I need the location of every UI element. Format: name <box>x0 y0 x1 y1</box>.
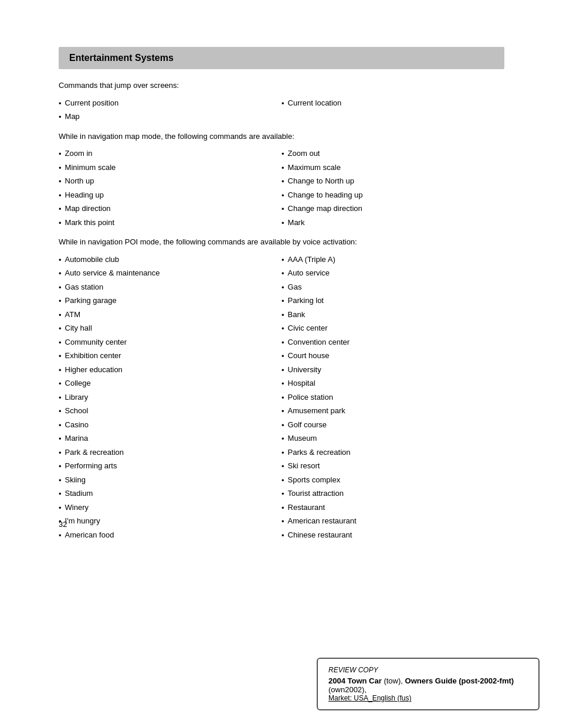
list-item: •Hospital <box>282 377 504 390</box>
item-label: School <box>65 405 89 417</box>
list-item: •American restaurant <box>282 515 504 528</box>
item-label: Park & recreation <box>65 447 124 458</box>
list-item: •Higher education <box>59 364 282 376</box>
section-header: Entertainment Systems <box>59 47 504 69</box>
bullet-icon: • <box>59 111 62 123</box>
bullet-icon: • <box>59 433 62 445</box>
bullet-icon: • <box>59 502 62 514</box>
bullet-icon: • <box>59 268 62 280</box>
bullet-icon: • <box>282 217 284 229</box>
list-item: •Change map direction <box>282 203 504 215</box>
footer-review-copy: REVIEW COPY <box>328 666 528 674</box>
list-item: •Performing arts <box>59 460 282 472</box>
poi-col2: •AAA (Triple A) •Auto service •Gas •Park… <box>282 254 504 543</box>
item-label: Mark <box>288 217 305 229</box>
item-label: Convention center <box>288 336 350 348</box>
item-label: Gas station <box>65 281 104 293</box>
list-item: •City hall <box>59 322 282 335</box>
item-label: Change to heading up <box>288 189 363 201</box>
bullet-icon: • <box>282 190 284 202</box>
list-item: •Park & recreation <box>59 447 282 459</box>
jump-commands-col1: • Current position • Map <box>59 97 282 125</box>
item-label: Chinese restaurant <box>288 529 352 541</box>
item-label: American food <box>65 529 114 541</box>
list-item: •University <box>282 364 504 376</box>
item-label: I'm hungry <box>65 515 100 527</box>
bullet-icon: • <box>282 502 284 514</box>
list-item: •Restaurant <box>282 502 504 514</box>
item-label: Mark this point <box>65 217 115 229</box>
list-item: •Map direction <box>59 203 282 215</box>
bullet-icon: • <box>282 530 284 542</box>
page-container: Entertainment Systems Commands that jump… <box>0 0 563 728</box>
bullet-icon: • <box>59 447 62 459</box>
list-item: •Chinese restaurant <box>282 529 504 542</box>
bullet-icon: • <box>59 282 62 294</box>
list-item: •Auto service <box>282 267 504 280</box>
item-label: Minimum scale <box>65 162 116 174</box>
bullet-icon: • <box>59 190 62 202</box>
list-item: • Map <box>59 111 282 123</box>
bullet-icon: • <box>59 530 62 542</box>
footer-car-model: 2004 Town Car <box>328 676 382 685</box>
bullet-icon: • <box>282 176 284 188</box>
list-item: •Auto service & maintenance <box>59 267 282 280</box>
item-label: Marina <box>65 433 89 444</box>
item-label: Higher education <box>65 364 123 376</box>
item-label: Skiing <box>65 474 86 486</box>
item-label: City hall <box>65 322 92 334</box>
bullet-icon: • <box>59 162 62 174</box>
bullet-icon: • <box>59 488 62 500</box>
section-title: Entertainment Systems <box>69 53 174 63</box>
bullet-icon: • <box>282 337 284 349</box>
nav-map-list: •Zoom in •Minimum scale •North up •Headi… <box>59 148 504 230</box>
item-label: Change to North up <box>288 175 354 187</box>
item-label: Current location <box>288 97 342 109</box>
item-label: Auto service <box>288 267 330 279</box>
item-label: Casino <box>65 419 89 431</box>
bullet-icon: • <box>282 323 284 335</box>
list-item: •Maximum scale <box>282 162 504 174</box>
item-label: University <box>288 364 321 376</box>
item-label: Parking lot <box>288 295 324 307</box>
item-label: Maximum scale <box>288 162 341 174</box>
item-label: Map direction <box>65 203 111 215</box>
list-item: •Mark this point <box>59 217 282 229</box>
item-label: Automobile club <box>65 254 120 266</box>
list-item: •Parking lot <box>282 295 504 307</box>
item-label: Parks & recreation <box>288 447 351 458</box>
bullet-icon: • <box>59 378 62 390</box>
bullet-icon: • <box>59 351 62 362</box>
intro-text-3: While in navigation POI mode, the follow… <box>59 236 504 248</box>
list-item: •Library <box>59 392 282 404</box>
bullet-icon: • <box>282 282 284 294</box>
bullet-icon: • <box>282 488 284 500</box>
item-label: Civic center <box>288 322 328 334</box>
list-item: •Heading up <box>59 189 282 202</box>
bullet-icon: • <box>282 148 284 160</box>
bullet-icon: • <box>282 406 284 417</box>
list-item: •I'm hungry <box>59 515 282 528</box>
bullet-icon: • <box>59 176 62 188</box>
footer-guide-line: 2004 Town Car (tow), Owners Guide (post-… <box>328 676 528 694</box>
list-item: • Current position <box>59 97 282 110</box>
list-item: •Amusement park <box>282 405 504 417</box>
bullet-icon: • <box>282 365 284 376</box>
bullet-icon: • <box>59 461 62 472</box>
item-label: Gas <box>288 281 302 293</box>
bullet-icon: • <box>59 323 62 335</box>
list-item: •American food <box>59 529 282 542</box>
poi-list: •Automobile club •Auto service & mainten… <box>59 254 504 543</box>
list-item: •Parks & recreation <box>282 447 504 459</box>
bullet-icon: • <box>59 309 62 321</box>
bullet-icon: • <box>282 98 284 110</box>
item-label: Museum <box>288 433 317 444</box>
bullet-icon: • <box>282 420 284 431</box>
item-label: Heading up <box>65 189 104 201</box>
bullet-icon: • <box>59 98 62 110</box>
list-item: •Zoom in <box>59 148 282 160</box>
jump-commands-col2: • Current location <box>282 97 504 125</box>
bullet-icon: • <box>282 203 284 215</box>
list-item: •Convention center <box>282 336 504 349</box>
nav-map-col1: •Zoom in •Minimum scale •North up •Headi… <box>59 148 282 230</box>
